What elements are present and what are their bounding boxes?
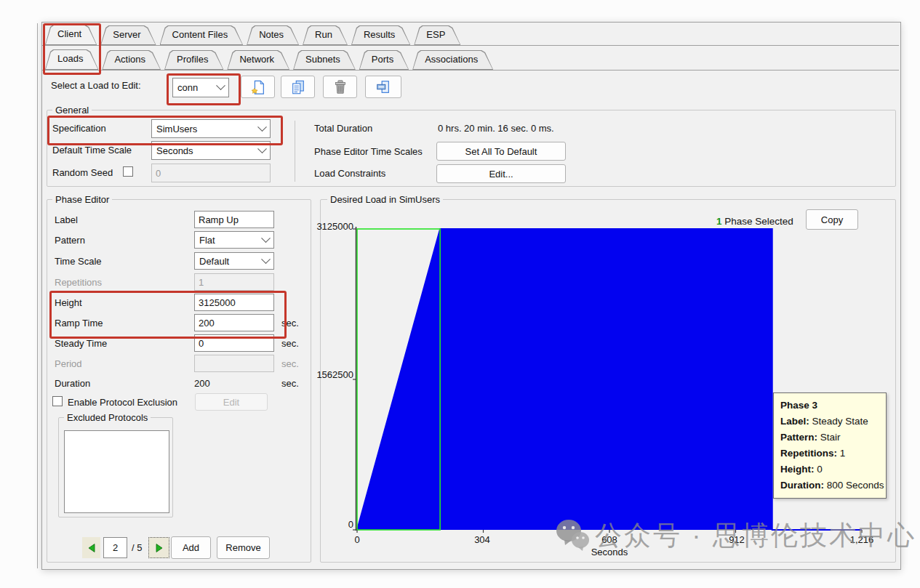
chevron-down-icon <box>261 233 271 243</box>
period-unit: sec. <box>281 358 299 369</box>
label-input[interactable] <box>194 211 274 228</box>
tab-server[interactable]: Server <box>100 25 156 45</box>
load-combobox[interactable]: conn <box>172 78 229 97</box>
height-input[interactable] <box>194 294 274 311</box>
random-seed-input <box>151 164 271 182</box>
secondary-tab-baseline <box>42 70 899 71</box>
duration-label: Duration <box>55 378 90 389</box>
set-all-to-default-button[interactable]: Set All To Default <box>436 142 566 161</box>
phase-editor-group-title: Phase Editor <box>52 194 112 205</box>
tab-notes[interactable]: Notes <box>247 25 299 45</box>
height-label: Height <box>55 297 82 308</box>
tooltip-title: Phase 3 <box>780 400 817 411</box>
left-panel-splitter[interactable] <box>37 23 38 568</box>
general-group-title: General <box>52 105 92 116</box>
phase-total-label: / 5 <box>132 542 142 553</box>
period-input <box>194 355 274 372</box>
specification-combobox[interactable]: SimUsers <box>151 119 271 138</box>
next-phase-button[interactable] <box>148 537 169 558</box>
prev-phase-icon <box>87 543 97 553</box>
primary-tab-baseline <box>42 45 899 46</box>
enable-protocol-exclusion-label: Enable Protocol Exclusion <box>68 397 177 408</box>
steady-time-label: Steady Time <box>55 338 107 349</box>
tab-ports[interactable]: Ports <box>359 50 409 70</box>
chevron-down-icon <box>257 144 267 153</box>
tab-results[interactable]: Results <box>351 25 410 45</box>
tab-subnets[interactable]: Subnets <box>293 50 356 70</box>
next-phase-icon <box>154 543 164 553</box>
period-label: Period <box>55 358 82 369</box>
tab-profiles[interactable]: Profiles <box>164 50 223 70</box>
ramp-time-input[interactable] <box>194 314 274 331</box>
excluded-protocols-listbox[interactable] <box>64 430 169 513</box>
select-load-label: Select a Load to Edit: <box>51 80 141 91</box>
phase-tooltip: Phase 3 Label: Steady State Pattern: Sta… <box>773 392 887 499</box>
delete-load-icon <box>332 79 348 95</box>
tab-esp[interactable]: ESP <box>414 25 460 45</box>
rename-load-icon <box>375 79 391 95</box>
specification-label: Specification <box>52 123 106 134</box>
steady-time-input[interactable] <box>194 334 274 352</box>
primary-tab-bar: Client Server Content Files Notes Run Re… <box>45 25 464 45</box>
random-seed-checkbox[interactable] <box>123 166 133 177</box>
default-time-scale-combobox[interactable]: Seconds <box>151 141 271 160</box>
copy-load-icon <box>290 79 306 95</box>
ramp-time-label: Ramp Time <box>55 318 103 329</box>
ramp-time-unit: sec. <box>281 318 299 329</box>
load-constraints-label: Load Constraints <box>314 168 385 179</box>
duration-value: 200 <box>194 378 210 389</box>
repetitions-label: Repetitions <box>55 277 102 288</box>
chevron-down-icon <box>257 122 267 132</box>
delete-load-button[interactable] <box>323 76 357 98</box>
tab-network[interactable]: Network <box>227 50 289 70</box>
time-scale-combobox[interactable]: Default <box>194 252 274 270</box>
tab-actions[interactable]: Actions <box>102 50 161 70</box>
time-scale-label: Time Scale <box>55 256 102 267</box>
total-duration-value: 0 hrs. 20 min. 16 sec. 0 ms. <box>438 123 554 134</box>
previous-phase-button[interactable] <box>82 537 100 558</box>
excluded-protocols-title: Excluded Protocols <box>64 412 151 423</box>
secondary-tab-bar: Loads Actions Profiles Network Subnets P… <box>45 50 497 70</box>
screenshot-stage: Client Server Content Files Notes Run Re… <box>0 0 920 588</box>
load-chart-svg[interactable] <box>320 199 896 563</box>
new-load-button[interactable] <box>241 76 275 98</box>
new-load-icon <box>250 79 266 95</box>
pattern-combobox[interactable]: Flat <box>194 231 274 249</box>
add-phase-button[interactable]: Add <box>171 536 211 559</box>
load-combobox-value: conn <box>177 82 213 93</box>
random-seed-label: Random Seed <box>52 167 113 178</box>
remove-phase-button[interactable]: Remove <box>217 536 270 559</box>
enable-protocol-exclusion-checkbox[interactable] <box>52 396 63 406</box>
chevron-down-icon <box>216 81 225 90</box>
copy-load-button[interactable] <box>281 76 315 98</box>
pattern-label: Pattern <box>55 235 85 246</box>
default-time-scale-label: Default Time Scale <box>52 145 132 156</box>
total-duration-label: Total Duration <box>314 123 372 134</box>
load-constraints-edit-button[interactable]: Edit... <box>436 164 566 183</box>
steady-time-unit: sec. <box>281 338 299 349</box>
tab-associations[interactable]: Associations <box>412 50 493 70</box>
tab-run[interactable]: Run <box>303 25 348 45</box>
phase-editor-time-scales-label: Phase Editor Time Scales <box>314 146 423 157</box>
chevron-down-icon <box>261 254 271 264</box>
tab-client[interactable]: Client <box>45 25 97 45</box>
protocol-exclusion-edit-button: Edit <box>195 393 268 411</box>
tab-content-files[interactable]: Content Files <box>160 25 244 45</box>
duration-unit: sec. <box>281 378 299 389</box>
phase-number-input[interactable] <box>103 537 127 558</box>
rename-load-button[interactable] <box>365 76 401 98</box>
label-label: Label <box>55 214 78 225</box>
repetitions-input <box>194 273 274 291</box>
tab-loads[interactable]: Loads <box>45 49 98 70</box>
general-divider <box>295 121 295 182</box>
